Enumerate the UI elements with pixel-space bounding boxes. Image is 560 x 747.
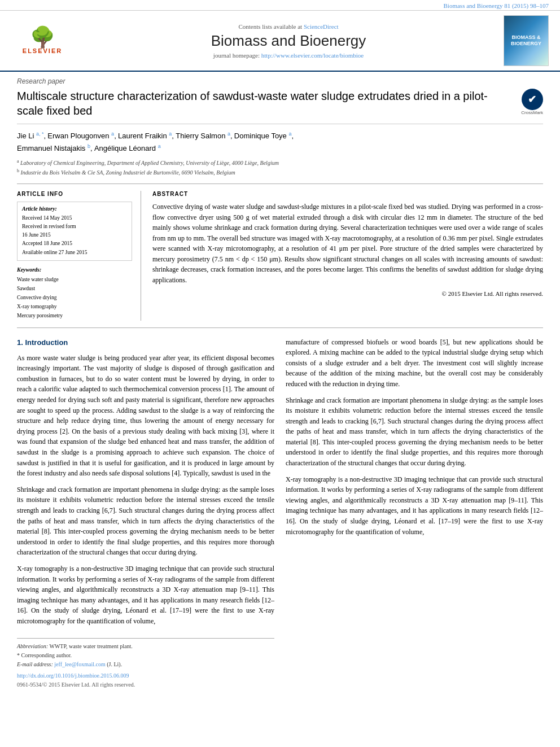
intro-paragraph-1: As more waste water sludge is being prod… [17,353,274,479]
article-info-heading: ARTICLE INFO [17,191,132,197]
homepage-url[interactable]: http://www.elsevier.com/locate/biombioe [261,52,364,59]
affiliations-section: a Laboratory of Chemical Engineering, De… [17,158,543,177]
journal-cover-image: BIOMASS & BIOENERGY [504,15,549,66]
cover-title-text: BIOMASS & BIOENERGY [506,34,546,47]
author-5: Dominique Toye a, [234,132,294,140]
intro-section-heading: 1. Introduction [17,337,274,348]
intro-section-number: 1. [17,338,25,347]
doi-link[interactable]: http://dx.doi.org/10.1016/j.biombioe.201… [17,672,129,679]
abstract-text: Convective drying of waste water sludge … [152,202,543,286]
crossmark-icon: ✔ [522,89,543,110]
author-2: Erwan Plougonven a, [47,132,116,140]
science-direct-link[interactable]: ScienceDirect [304,23,339,30]
history-received: Received 14 May 2015 [22,214,127,222]
keywords-box: Keywords: Waste water sludge Sawdust Con… [17,267,132,321]
keyword-3: Convective drying [17,293,132,302]
history-revised-label: Received in revised form [22,222,127,231]
article-history-box: Article history: Received 14 May 2015 Re… [17,202,132,261]
journal-header: 🌳 ELSEVIER Contents lists available at S… [0,11,560,72]
email-link[interactable]: jeff_lee@foxmail.com [54,661,105,667]
intro-paragraph-2: Shrinkage and crack formation are import… [17,484,274,558]
homepage-line: journal homepage: http://www.elsevier.co… [73,52,504,59]
footnote-doi: http://dx.doi.org/10.1016/j.biombioe.201… [17,671,274,680]
journal-ref-text: Biomass and Bioenergy 81 (2015) 98–107 [444,2,549,9]
authors-section: Jie Li a, *, Erwan Plougonven a, Laurent… [17,130,543,155]
footnote-area: Abbreviation: WWTP, waste water treatmen… [17,638,274,689]
keywords-title: Keywords: [17,267,132,273]
abstract-col: ABSTRACT Convective drying of waste wate… [152,191,543,321]
article-title-section: Multiscale structure characterization of… [17,89,543,124]
affiliation-a: a Laboratory of Chemical Engineering, De… [17,158,543,167]
journal-center-info: Contents lists available at ScienceDirec… [73,23,504,59]
journal-reference-bar: Biomass and Bioenergy 81 (2015) 98–107 [0,0,560,11]
keyword-2: Sawdust [17,284,132,293]
footnote-email: E-mail address: jeff_lee@foxmail.com (J.… [17,660,274,669]
right-paragraph-3: X-ray tomography is a non-destructive 3D… [286,474,543,538]
author-4: Thierry Salmon a, [176,132,232,140]
abstract-copyright: © 2015 Elsevier Ltd. All rights reserved… [152,290,543,297]
article-title: Multiscale structure characterization of… [17,89,513,118]
science-direct-line: Contents lists available at ScienceDirec… [73,23,504,30]
article-type-label: Research paper [17,77,543,85]
right-paragraph-1: manufacture of compressed biofuels or wo… [286,337,543,390]
article-info-col: ARTICLE INFO Article history: Received 1… [17,191,141,321]
elsevier-brand: ELSEVIER [23,47,62,54]
intro-paragraph-3: X-ray tomography is a non-destructive 3D… [17,563,274,627]
keyword-5: Mercury porosimetry [17,311,132,320]
article-content: Research paper Multiscale structure char… [0,72,560,695]
footer-copyright: 0961-9534/© 2015 Elsevier Ltd. All right… [17,680,274,689]
body-right-col: manufacture of compressed biofuels or wo… [286,337,543,689]
crossmark-label: CrossMark [521,110,543,115]
footnote-abbreviation: Abbreviation: WWTP, waste water treatmen… [17,642,274,651]
elsevier-logo: 🌳 ELSEVIER [11,27,73,54]
affiliation-b: b Industrie du Bois Vielsalm & Cie SA, Z… [17,168,543,177]
right-paragraph-2: Shrinkage and crack formation are import… [286,395,543,469]
history-accepted: Accepted 18 June 2015 [22,239,127,248]
history-revised-date: 16 June 2015 [22,231,127,239]
intro-section-title: Introduction [25,338,68,347]
elsevier-tree-icon: 🌳 [30,27,55,47]
keyword-4: X-ray tomography [17,302,132,311]
keyword-1: Waste water sludge [17,275,132,284]
footnote-corresponding: * Corresponding author. [17,651,274,660]
body-two-col: 1. Introduction As more waste water slud… [17,337,543,689]
history-title: Article history: [22,206,127,212]
author-6: Emmanuel Nistajakis b, [17,144,93,152]
article-info-abstract-section: ARTICLE INFO Article history: Received 1… [17,184,543,328]
abstract-heading: ABSTRACT [152,191,543,197]
author-7: Angélique Léonard a [94,144,161,152]
journal-title: Biomass and Bioenergy [73,32,504,50]
author-3: Laurent Fraikin a, [118,132,174,140]
author-1: Jie Li a, *, [17,132,46,140]
crossmark-badge: ✔ CrossMark [521,89,543,115]
history-online: Available online 27 June 2015 [22,248,127,257]
body-left-col: 1. Introduction As more waste water slud… [17,337,274,689]
